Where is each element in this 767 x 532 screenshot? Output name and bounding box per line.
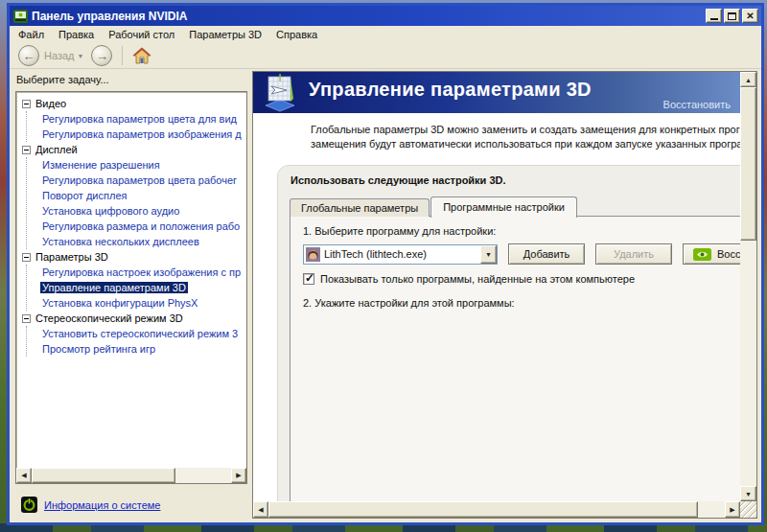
forward-button[interactable]	[91, 45, 112, 66]
system-info-icon	[21, 497, 37, 513]
tree-item[interactable]: Установить стереоскопический режим 3	[40, 326, 246, 341]
tree-item[interactable]: Регулировка параметров цвета рабочег	[40, 173, 246, 188]
menu-desktop[interactable]: Рабочий стол	[108, 29, 174, 40]
scroll-right-icon[interactable]: ▶	[231, 468, 246, 483]
minimize-button[interactable]	[706, 9, 722, 23]
program-select-value: LithTech (lithtech.exe)	[324, 248, 480, 260]
toolbar-separator	[122, 46, 123, 65]
window-body: Выберите задачу... Видео Регулировка пар…	[10, 69, 761, 522]
tree-group-3d-settings[interactable]: Параметры 3D	[22, 249, 246, 265]
menu-help[interactable]: Справка	[276, 29, 317, 40]
collapse-icon[interactable]	[22, 146, 31, 154]
remove-button[interactable]: Удалить	[595, 243, 672, 265]
show-only-found-programs[interactable]: Показывать только программы, найденные н…	[303, 273, 740, 285]
window-title: Панель управления NVIDIA	[32, 10, 706, 23]
menu-file[interactable]: Файл	[18, 29, 44, 40]
menu-3d-settings[interactable]: Параметры 3D	[189, 29, 262, 40]
scroll-down-icon[interactable]: ▼	[740, 486, 756, 501]
tree-item[interactable]: Установка цифрового аудио	[40, 203, 246, 219]
settings-tabs: Глобальные параметры Программные настрой…	[290, 196, 578, 217]
program-icon	[306, 247, 320, 262]
tree-item[interactable]: Регулировка размера и положения рабо	[40, 219, 246, 234]
collapse-icon[interactable]	[22, 100, 31, 108]
tree-item[interactable]: Просмотр рейтинга игр	[40, 341, 246, 357]
nvidia-logo-icon	[693, 248, 711, 261]
scroll-left-icon[interactable]: ◀	[16, 468, 32, 483]
tree-group-stereo-3d[interactable]: Стереоскопический режим 3D	[22, 311, 246, 326]
page-title: Управление параметрами 3D	[309, 79, 592, 101]
section-title: Использовать следующие настройки 3D.	[291, 174, 740, 186]
tree-item[interactable]: Поворот дисплея	[40, 188, 246, 203]
page-banner: Управление параметрами 3D Восстановить	[253, 72, 740, 113]
chevron-down-icon[interactable]	[480, 245, 497, 264]
tree-item[interactable]: Установка конфигурации PhysX	[40, 295, 246, 311]
select-program-label: 1. Выберите программу для настройки:	[303, 225, 740, 237]
navigation-toolbar: Назад	[10, 43, 761, 69]
tab-program-settings[interactable]: Программные настройки	[430, 197, 577, 218]
back-button[interactable]	[18, 45, 39, 66]
settings-panel: Использовать следующие настройки 3D. Гло…	[277, 165, 740, 501]
tree-group-display[interactable]: Дисплей	[22, 142, 246, 157]
tree-item[interactable]: Регулировка настроек изображения с пр	[40, 265, 246, 280]
back-label: Назад	[44, 50, 75, 61]
program-settings-tab-panel: 1. Выберите программу для настройки: Lit…	[290, 216, 740, 501]
tree-group-video[interactable]: Видео	[22, 96, 246, 111]
specify-settings-label: 2. Укажите настройки для этой программы:	[303, 297, 740, 309]
pane-vertical-scrollbar[interactable]: ▲ ▼	[740, 72, 756, 501]
scrollbar-thumb[interactable]	[32, 468, 175, 483]
page-description: Глобальные параметры 3D можно заменить и…	[311, 123, 740, 151]
menu-bar: Файл Правка Рабочий стол Параметры 3D Сп…	[10, 26, 761, 43]
checkbox-checked-icon[interactable]	[303, 273, 314, 285]
banner-restore-link[interactable]: Восстановить	[663, 99, 731, 110]
main-pane: Управление параметрами 3D Восстановить Г…	[252, 71, 757, 519]
menu-edit[interactable]: Правка	[58, 29, 94, 40]
scrollbar-thumb[interactable]	[268, 501, 698, 518]
tree-item[interactable]: Регулировка параметров изображения д	[40, 127, 246, 142]
collapse-icon[interactable]	[22, 314, 31, 323]
tree-horizontal-scrollbar[interactable]: ◀ ▶	[16, 468, 246, 483]
maximize-button[interactable]	[724, 9, 740, 23]
tree-item-selected[interactable]: Управление параметрами 3D	[40, 280, 246, 295]
collapse-icon[interactable]	[22, 253, 31, 262]
3d-settings-icon	[261, 74, 299, 112]
checkbox-label: Показывать только программы, найденные н…	[320, 273, 635, 285]
nvidia-control-panel-window: Панель управления NVIDIA Файл Правка Раб…	[7, 3, 764, 525]
scrollbar-thumb[interactable]	[740, 87, 756, 241]
pane-horizontal-scrollbar[interactable]: ◀ ▶	[253, 501, 740, 518]
tree-item[interactable]: Изменение разрешения	[40, 157, 246, 173]
tree-item[interactable]: Регулировка параметров цвета для вид	[40, 111, 246, 127]
close-button[interactable]	[742, 9, 758, 23]
system-info-link[interactable]: Информация о системе	[21, 497, 160, 513]
page-content: Управление параметрами 3D Восстановить Г…	[253, 72, 740, 501]
program-select[interactable]: LithTech (lithtech.exe)	[303, 244, 498, 265]
resize-grip[interactable]	[740, 501, 756, 518]
restore-button[interactable]: Восстановить	[683, 243, 740, 265]
tab-global-settings[interactable]: Глобальные параметры	[290, 198, 430, 217]
title-bar[interactable]: Панель управления NVIDIA	[10, 6, 761, 26]
home-icon[interactable]	[132, 47, 151, 64]
task-tree: Видео Регулировка параметров цвета для в…	[15, 91, 247, 484]
add-button[interactable]: Добавить	[508, 243, 585, 265]
scroll-left-icon[interactable]: ◀	[253, 501, 268, 518]
back-dropdown-caret[interactable]	[78, 53, 84, 59]
scroll-right-icon[interactable]: ▶	[725, 501, 740, 518]
sidebar-header: Выберите задачу...	[13, 73, 249, 89]
app-icon	[13, 10, 28, 23]
scroll-up-icon[interactable]: ▲	[740, 72, 756, 87]
task-sidebar: Выберите задачу... Видео Регулировка пар…	[13, 73, 249, 522]
tree-item[interactable]: Установка нескольких дисплеев	[40, 234, 246, 249]
